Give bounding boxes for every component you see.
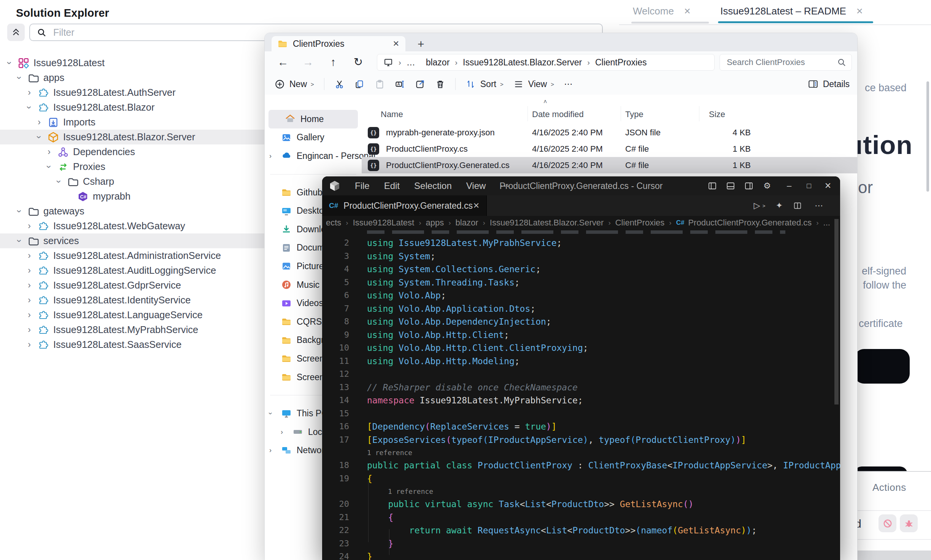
paste-button[interactable] <box>375 79 385 89</box>
close-icon[interactable]: ✕ <box>856 6 863 16</box>
chevron-right-icon[interactable]: › <box>24 339 34 350</box>
explorer-search-box[interactable]: Search ClientProxies <box>720 54 852 71</box>
split-editor-icon[interactable] <box>789 195 806 216</box>
rename-button[interactable]: A <box>395 79 405 89</box>
chevron-down-icon[interactable]: › <box>269 409 272 417</box>
menu-view[interactable]: View <box>466 181 486 191</box>
bug-button[interactable] <box>900 514 918 532</box>
cursor-title-bar[interactable]: File Edit Selection View ⋯ ProductClient… <box>322 176 840 195</box>
back-button[interactable]: ← <box>275 54 291 70</box>
chevron-right-icon[interactable]: › <box>24 280 34 290</box>
ai-sparkle-icon[interactable]: ✦ <box>771 195 788 216</box>
breadcrumb[interactable]: blazor <box>456 218 478 228</box>
column-header-size[interactable]: Size <box>704 109 751 119</box>
toggle-secondary-sidebar-icon[interactable] <box>740 176 758 195</box>
chevron-right-icon[interactable]: › <box>24 265 34 276</box>
chevron-right-icon[interactable]: › <box>34 117 44 127</box>
minimize-button[interactable]: – <box>780 176 798 195</box>
breadcrumb[interactable]: Issue9128Latest.Blazor.Server <box>490 218 604 228</box>
column-header-date[interactable]: Date modified <box>532 109 625 119</box>
file-size: 4 KB <box>704 128 751 138</box>
readme-dark-button[interactable] <box>854 349 910 384</box>
toggle-primary-sidebar-icon[interactable] <box>703 176 721 195</box>
chevron-down-icon[interactable]: › <box>54 176 64 187</box>
chevron-right-icon[interactable]: › <box>24 295 34 305</box>
more-actions-icon[interactable]: ⋯ <box>810 195 827 216</box>
close-button[interactable]: ✕ <box>819 176 837 195</box>
delete-button[interactable] <box>435 79 445 89</box>
chevron-down-icon[interactable]: › <box>24 102 34 113</box>
more-options-button[interactable]: ⋯ <box>564 79 573 89</box>
breadcrumb[interactable]: ClientProxies <box>595 57 647 68</box>
chevron-right-icon[interactable]: › <box>24 87 34 98</box>
chevron-right-icon[interactable]: › <box>24 221 34 231</box>
breadcrumb[interactable]: apps <box>426 218 444 228</box>
tab-productclientproxy[interactable]: C# ProductClientProxy.Generated.cs ✕ <box>322 195 487 216</box>
chevron-right-icon[interactable]: › <box>24 325 34 335</box>
chevron-right-icon[interactable]: › <box>24 310 34 320</box>
new-tab-button[interactable]: + <box>418 38 424 51</box>
chevron-down-icon[interactable]: › <box>5 58 14 68</box>
documents-icon <box>281 242 292 254</box>
close-icon[interactable]: ✕ <box>473 201 480 210</box>
settings-gear-icon[interactable]: ⚙ <box>758 176 776 195</box>
chevron-right-icon[interactable]: › <box>269 446 272 454</box>
code-editor[interactable]: 2using Issue9128Latest.MyPrabhService;3u… <box>322 236 840 560</box>
close-icon[interactable]: ✕ <box>392 39 399 48</box>
chevron-down-icon[interactable]: › <box>14 73 24 83</box>
tab-welcome[interactable]: Welcome✕ <box>633 5 691 17</box>
chevron-down-icon[interactable]: › <box>14 236 24 246</box>
chevron-down-icon[interactable]: › <box>44 162 54 172</box>
copy-button[interactable] <box>354 79 365 89</box>
sidebar-item-gallery[interactable]: Gallery <box>265 128 362 147</box>
sidebar-item-engincan-personal[interactable]: ›Engincan - Personal <box>265 147 362 165</box>
chevron-down-icon[interactable]: › <box>14 206 24 216</box>
address-ellipsis[interactable]: … <box>407 57 415 68</box>
refresh-button[interactable]: ↻ <box>350 54 367 70</box>
address-bar[interactable]: › … blazor › Issue9128Latest.Blazor.Serv… <box>377 54 715 71</box>
up-button[interactable]: ↑ <box>325 54 342 70</box>
sort-button[interactable]: Sort ˃ <box>466 79 504 89</box>
new-button[interactable]: New ˃ <box>275 79 314 89</box>
editor-breadcrumbs[interactable]: ects›Issue9128Latest›apps›blazor›Issue91… <box>322 216 840 230</box>
forward-button[interactable]: → <box>300 54 316 70</box>
menu-selection[interactable]: Selection <box>414 181 452 191</box>
collapse-all-button[interactable] <box>7 24 25 41</box>
close-icon[interactable]: ✕ <box>684 6 691 16</box>
view-button[interactable]: View ˃ <box>513 79 554 89</box>
breadcrumb[interactable]: ClientProxies <box>615 218 665 228</box>
scissors-icon <box>334 79 345 89</box>
codelens-references[interactable]: 1 reference <box>322 446 840 459</box>
breadcrumb[interactable]: blazor <box>426 57 450 68</box>
explorer-tab[interactable]: ClientProxies ✕ <box>272 36 405 51</box>
cut-button[interactable] <box>334 79 345 89</box>
column-header-name[interactable]: Name <box>362 109 532 119</box>
menu-edit[interactable]: Edit <box>384 181 400 191</box>
sidebar-item-home[interactable]: Home <box>268 110 358 128</box>
chevron-right-icon[interactable]: › <box>24 251 34 261</box>
details-button[interactable]: Details <box>808 79 850 89</box>
breadcrumb-file[interactable]: ProductClientProxy.Generated.cs <box>688 218 812 228</box>
codelens-references[interactable]: 1 reference <box>322 485 840 498</box>
chevron-right-icon[interactable]: › <box>281 428 283 436</box>
chevron-right-icon[interactable]: › <box>44 147 54 157</box>
editor-scrollbar[interactable] <box>834 219 839 405</box>
block-button[interactable] <box>879 514 896 532</box>
file-row-productclientproxy-generated-cs[interactable]: {}ProductClientProxy.Generated.cs4/16/20… <box>362 157 857 173</box>
file-row-myprabh-generate-proxy-json[interactable]: {}myprabh-generate-proxy.json4/16/2025 2… <box>362 124 857 141</box>
breadcrumb[interactable]: ects <box>326 218 341 228</box>
tab-readme[interactable]: Issue9128Latest – README✕ <box>720 5 863 17</box>
maximize-button[interactable]: □ <box>800 176 818 195</box>
readme-scrollbar[interactable] <box>926 81 929 192</box>
chevron-right-icon[interactable]: › <box>269 152 272 160</box>
toggle-panel-icon[interactable] <box>721 176 740 195</box>
menu-more[interactable]: ⋯ <box>500 181 509 191</box>
breadcrumb[interactable]: Issue9128Latest <box>353 218 414 228</box>
chevron-down-icon[interactable]: › <box>34 132 44 142</box>
file-row-productclientproxy-cs[interactable]: {}ProductClientProxy.cs4/16/2025 2:40 PM… <box>362 141 857 157</box>
menu-file[interactable]: File <box>355 181 370 191</box>
run-button[interactable]: ▷˃ <box>751 195 768 216</box>
column-header-type[interactable]: Type <box>625 109 704 119</box>
breadcrumb[interactable]: Issue9128Latest.Blazor.Server <box>463 57 582 68</box>
share-button[interactable] <box>415 79 425 89</box>
